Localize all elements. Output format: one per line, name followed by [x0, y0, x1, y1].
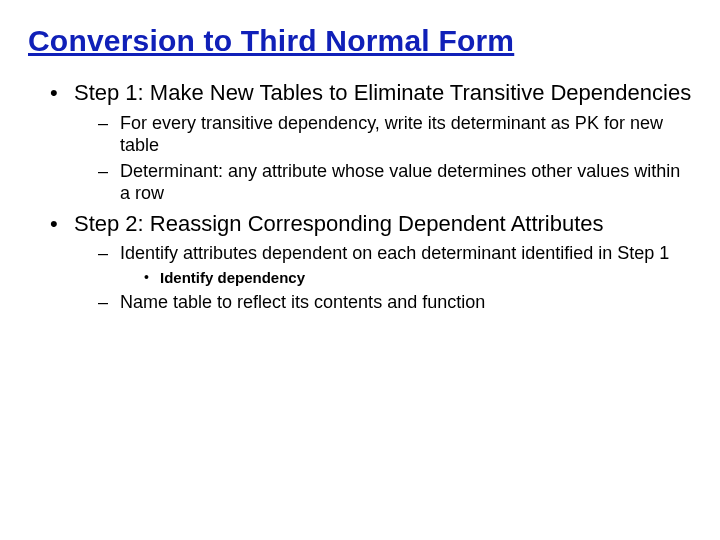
sub-text: Name table to reflect its contents and f…	[120, 292, 485, 312]
sub-bullet: Determinant: any attribute whose value d…	[98, 161, 692, 205]
sub-bullet: Identify attributes dependent on each de…	[98, 243, 692, 288]
sub-bullet: For every transitive dependency, write i…	[98, 113, 692, 157]
bullet-text: Step 2: Reassign Corresponding Dependent…	[74, 211, 604, 236]
slide-title: Conversion to Third Normal Form	[28, 24, 692, 58]
bullet-step2: Step 2: Reassign Corresponding Dependent…	[50, 211, 692, 314]
sub-text: Identify attributes dependent on each de…	[120, 243, 669, 263]
sub-list: Identify attributes dependent on each de…	[74, 243, 692, 314]
subsub-text: Identify dependency	[160, 269, 305, 286]
sub-bullet: Name table to reflect its contents and f…	[98, 292, 692, 314]
sub-text: Determinant: any attribute whose value d…	[120, 161, 680, 203]
bullet-list: Step 1: Make New Tables to Eliminate Tra…	[28, 80, 692, 314]
subsub-bullet: Identify dependency	[144, 269, 692, 288]
bullet-text: Step 1: Make New Tables to Eliminate Tra…	[74, 80, 691, 105]
subsub-list: Identify dependency	[120, 269, 692, 288]
sub-text: For every transitive dependency, write i…	[120, 113, 663, 155]
sub-list: For every transitive dependency, write i…	[74, 113, 692, 205]
bullet-step1: Step 1: Make New Tables to Eliminate Tra…	[50, 80, 692, 205]
